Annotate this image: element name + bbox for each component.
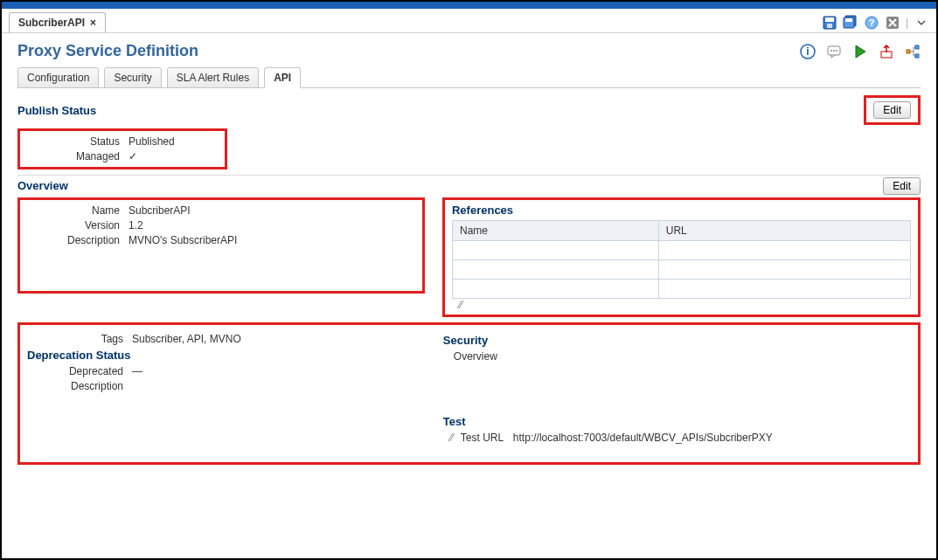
test-url-value: http://localhost:7003/default/WBCV_APIs/…	[513, 432, 911, 444]
name-label: Name	[24, 204, 129, 217]
svg-text:?: ?	[869, 17, 875, 28]
table-row	[452, 260, 910, 280]
svg-point-12	[830, 50, 832, 52]
deprecation-header: Deprecation Status	[27, 349, 426, 362]
references-name-col: Name	[452, 221, 658, 241]
deprecation-description-value	[132, 380, 426, 392]
highlight-overview: Name SubcriberAPI Version 1.2 Descriptio…	[17, 197, 425, 294]
references-header: References	[452, 204, 911, 217]
managed-check-icon: ✓	[129, 150, 221, 162]
highlight-publish-status: Status Published Managed ✓	[17, 128, 227, 169]
export-icon[interactable]	[879, 44, 894, 59]
content-area: Proxy Service Definition i Configuration…	[2, 33, 936, 465]
run-icon[interactable]	[852, 44, 868, 59]
references-url-col: URL	[658, 221, 910, 241]
status-value: Published	[129, 135, 221, 148]
info-icon[interactable]: i	[800, 44, 816, 59]
save-all-icon[interactable]	[843, 15, 858, 31]
tab-title: SubcriberAPI	[18, 17, 85, 29]
divider: |	[906, 17, 908, 29]
svg-point-14	[836, 50, 837, 52]
page-title: Proxy Service Definition	[17, 42, 198, 60]
toolbar-right: ? |	[822, 15, 929, 31]
highlight-edit-publish: Edit	[864, 95, 921, 125]
svg-rect-1	[825, 17, 834, 22]
editor-tabbar: SubcriberAPI × ? |	[2, 9, 936, 33]
version-label: Version	[24, 219, 129, 232]
deprecated-label: Deprecated	[27, 365, 132, 377]
close-all-icon[interactable]	[885, 15, 900, 31]
svg-rect-15	[881, 52, 892, 58]
table-row	[452, 280, 910, 299]
description-value: MVNO's SubscriberAPI	[129, 234, 419, 246]
svg-point-13	[833, 50, 835, 52]
tags-label: Tags	[27, 333, 132, 345]
overview-header: Overview	[17, 179, 68, 192]
highlight-references: References Name URL ⁄⁄	[442, 197, 921, 317]
edit-publish-button[interactable]: Edit	[873, 101, 911, 119]
edit-overview-button[interactable]: Edit	[883, 177, 921, 195]
editor-tab-subscriberapi[interactable]: SubcriberAPI ×	[9, 12, 106, 32]
managed-label: Managed	[24, 150, 129, 162]
tab-sla-alert-rules[interactable]: SLA Alert Rules	[167, 67, 259, 88]
close-icon[interactable]: ×	[90, 17, 96, 29]
page-action-icons: i	[800, 44, 921, 59]
tree-icon[interactable]	[905, 44, 921, 59]
publish-status-header: Publish Status	[17, 104, 96, 117]
save-icon[interactable]	[822, 15, 837, 31]
comment-icon[interactable]	[826, 44, 842, 59]
deprecation-description-label: Description	[27, 380, 132, 392]
test-url-label: Test URL	[461, 432, 513, 444]
deprecated-value: —	[132, 365, 426, 377]
window-top-bar	[2, 2, 936, 9]
highlight-bottom-section: Tags Subscriber, API, MVNO Deprecation S…	[17, 322, 921, 465]
svg-rect-17	[915, 45, 919, 49]
status-label: Status	[24, 135, 129, 148]
svg-text:i: i	[806, 45, 809, 58]
svg-rect-2	[827, 24, 832, 28]
help-icon[interactable]: ?	[864, 15, 879, 31]
security-overview-label: Overview	[454, 350, 497, 363]
tab-configuration[interactable]: Configuration	[17, 67, 99, 88]
name-value: SubcriberAPI	[129, 204, 419, 217]
subtabs: Configuration Security SLA Alert Rules A…	[17, 67, 921, 88]
table-row	[452, 241, 910, 260]
svg-rect-16	[907, 50, 910, 53]
description-label: Description	[24, 234, 129, 246]
test-header: Test	[443, 415, 911, 428]
resize-handle-icon[interactable]: ⁄⁄	[443, 432, 461, 444]
svg-rect-18	[915, 54, 919, 58]
tab-security[interactable]: Security	[104, 67, 161, 88]
svg-rect-5	[845, 18, 852, 22]
version-value: 1.2	[129, 219, 419, 232]
security-header: Security	[443, 334, 911, 347]
tags-value: Subscriber, API, MVNO	[132, 333, 426, 345]
references-table: Name URL	[452, 220, 911, 299]
dropdown-arrow-icon[interactable]	[914, 15, 929, 31]
resize-handle-icon[interactable]: ⁄⁄	[452, 299, 462, 311]
tab-api[interactable]: API	[264, 67, 301, 88]
